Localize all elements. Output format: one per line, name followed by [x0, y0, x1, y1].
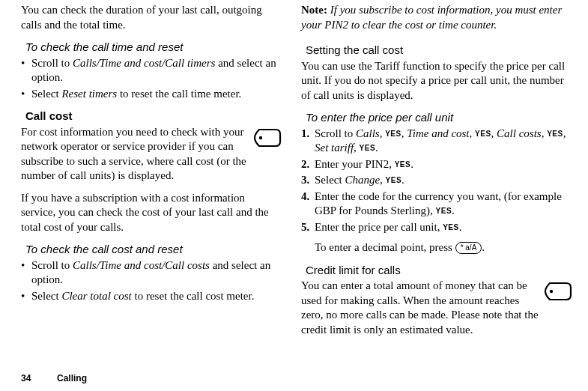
text: You can enter a total amount of money th… [301, 279, 539, 336]
yes-key: YES [475, 130, 491, 138]
heading-check-call-time: To check the call time and reset [25, 40, 282, 55]
heading-credit-limit: Credit limit for calls [306, 263, 572, 278]
enter-price-steps: Scroll to Calls, YES, Time and cost, YES… [301, 127, 572, 235]
call-time-intro: You can check the duration of your last … [21, 3, 282, 32]
text: For cost information you need to check w… [21, 126, 246, 182]
yes-key: YES [547, 130, 563, 138]
list-item: Scroll to Calls/Time and cost/Call costs… [21, 258, 282, 288]
decimal-point-note: To enter a decimal point, press * a/A. [315, 240, 572, 255]
heading-setting-call-cost: Setting the call cost [306, 43, 572, 58]
menu-item: Time and cost [407, 127, 469, 139]
text: . [452, 204, 455, 216]
left-column: You can check the duration of your last … [21, 3, 282, 342]
note-label: Note: [301, 4, 327, 16]
heading-check-call-cost: To check the call cost and reset [25, 242, 282, 257]
text: , [470, 127, 476, 139]
svg-point-1 [550, 290, 553, 293]
list-item: Scroll to Calls/Time and cost/Call timer… [21, 56, 282, 85]
yes-key: YES [386, 176, 402, 184]
text: Scroll to [31, 57, 73, 69]
text: Enter the price per call unit, [315, 221, 443, 233]
text: Enter your PIN2, [315, 158, 395, 170]
list-item: Select Clear total cost to reset the cal… [21, 289, 282, 304]
text: , [380, 174, 386, 186]
list-item: Scroll to Calls, YES, Time and cost, YES… [301, 127, 572, 156]
star-key: * a/A [455, 242, 482, 254]
menu-path: Calls/Time and cost/Call costs [73, 259, 210, 271]
tag-icon [544, 280, 572, 307]
text: Scroll to [315, 127, 356, 139]
list-item: Select Change, YES. [301, 173, 572, 188]
text: to reset the call time meter. [117, 88, 241, 100]
call-cost-intro: For cost information you need to check w… [21, 125, 282, 184]
option-name: Reset timers [61, 88, 117, 100]
text: , [491, 127, 497, 139]
menu-path: Calls/Time and cost/Call timers [73, 57, 215, 69]
text: . [459, 221, 462, 233]
menu-item: Calls [356, 127, 380, 139]
tag-icon [253, 127, 282, 154]
call-cost-steps: Scroll to Calls/Time and cost/Call costs… [21, 258, 282, 304]
text: to reset the call cost meter. [132, 290, 255, 302]
list-item: Enter the code for the currency you want… [301, 190, 572, 219]
yes-key: YES [395, 160, 411, 169]
option-name: Change [345, 174, 380, 186]
page-number: 34 [21, 373, 57, 385]
text: Select [31, 290, 61, 302]
yes-key: YES [436, 207, 452, 215]
text: , [354, 142, 360, 154]
text: . [401, 174, 404, 186]
list-item: Enter the price per call unit, YES. [301, 220, 572, 235]
text: , [563, 127, 566, 139]
credit-limit-text: You can enter a total amount of money th… [301, 279, 572, 337]
list-item: Select Reset timers to reset the call ti… [21, 87, 282, 102]
note-text: If you subscribe to cost information, yo… [301, 4, 562, 31]
text: . [482, 241, 485, 253]
page-footer: 34Calling [21, 373, 87, 385]
yes-key: YES [443, 223, 459, 231]
call-cost-subscription: If you have a subscription with a cost i… [21, 191, 282, 235]
text: Select [315, 174, 345, 186]
text: . [410, 158, 413, 170]
right-column: Note: If you subscribe to cost informati… [301, 3, 572, 342]
section-name: Calling [57, 373, 87, 384]
menu-item: Set tariff [315, 142, 354, 154]
yes-key: YES [360, 144, 376, 152]
heading-enter-price: To enter the price per call unit [306, 110, 572, 125]
list-item: Enter your PIN2, YES. [301, 157, 572, 172]
menu-item: Call costs [497, 127, 542, 139]
pin2-note: Note: If you subscribe to cost informati… [301, 3, 572, 32]
text: Select [31, 88, 61, 100]
tariff-intro: You can use the Tariff function to speci… [301, 59, 572, 103]
svg-point-0 [259, 136, 262, 139]
yes-key: YES [385, 130, 401, 138]
text: . [375, 142, 378, 154]
heading-call-cost: Call cost [25, 109, 282, 124]
call-time-steps: Scroll to Calls/Time and cost/Call timer… [21, 56, 282, 102]
option-name: Clear total cost [61, 290, 131, 302]
text: To enter a decimal point, press [315, 241, 455, 253]
text: Scroll to [31, 259, 73, 271]
